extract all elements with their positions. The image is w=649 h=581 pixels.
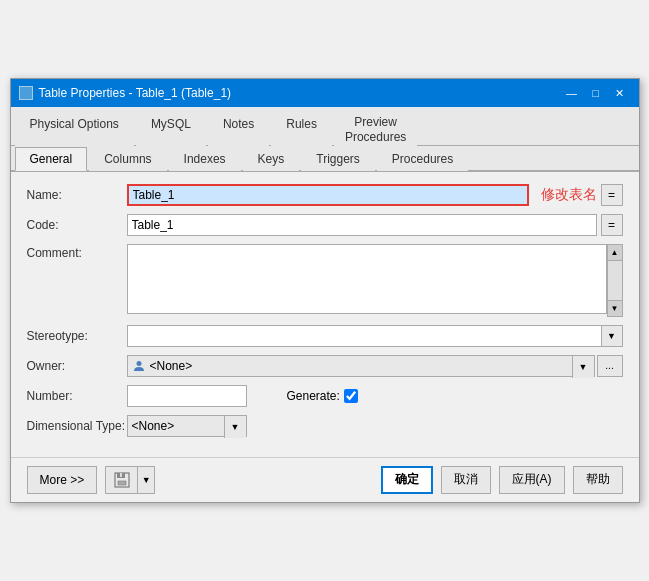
scroll-down-arrow[interactable]: ▼ [608,300,622,316]
title-controls: — □ ✕ [561,84,631,102]
dimensional-label: Dimensional Type: [27,419,127,433]
owner-wrap: <None> ▼ ... [127,355,623,377]
number-input[interactable] [127,385,247,407]
ok-button[interactable]: 确定 [381,466,433,494]
owner-select[interactable]: <None> ▼ [127,355,595,377]
window-title: Table Properties - Table_1 (Table_1) [39,86,232,100]
name-annotation: 修改表名 [541,186,597,204]
tab-mysql[interactable]: MySQL [136,112,206,146]
user-icon [132,359,146,373]
owner-browse-button[interactable]: ... [597,355,623,377]
name-input[interactable] [127,184,529,206]
stereotype-select-wrap: ▼ [127,325,623,347]
code-input[interactable] [127,214,597,236]
cancel-button[interactable]: 取消 [441,466,491,494]
svg-point-0 [136,361,141,366]
name-input-wrap: 修改表名 = [127,184,623,206]
tab-notes[interactable]: Notes [208,112,269,146]
tab-rules[interactable]: Rules [271,112,332,146]
save-icon-button[interactable] [106,467,138,493]
code-row: Code: = [27,214,623,236]
tab-procedures[interactable]: Procedures [377,147,468,171]
comment-row: Comment: ▲ ▼ [27,244,623,317]
bottom-tab-row: General Columns Indexes Keys Triggers Pr… [11,146,639,172]
apply-button[interactable]: 应用(A) [499,466,565,494]
save-dropdown-button[interactable]: ▼ [138,467,154,493]
generate-checkbox[interactable] [344,389,358,403]
dimensional-value: <None> [132,419,175,433]
name-row: Name: 修改表名 = [27,184,623,206]
comment-input[interactable] [127,244,607,314]
form-content: Name: 修改表名 = Code: = Comment: ▲ [11,172,639,457]
tab-keys[interactable]: Keys [243,147,300,171]
owner-row: Owner: <None> ▼ ... [27,355,623,377]
dimensional-select[interactable]: <None> ▼ [127,415,247,437]
number-label: Number: [27,389,127,403]
minimize-button[interactable]: — [561,84,583,102]
name-label: Name: [27,188,127,202]
window-icon [19,86,33,100]
bottom-bar: More >> ▼ 确定 取消 应用(A) 帮助 [11,457,639,502]
code-input-wrap: = [127,214,623,236]
top-tab-row: Physical Options MySQL Notes Rules Previ… [11,107,639,146]
scroll-up-arrow[interactable]: ▲ [608,245,622,261]
tab-preview-procedures[interactable]: Preview Procedures [334,112,417,146]
main-window: Table Properties - Table_1 (Table_1) — □… [10,78,640,503]
generate-label: Generate: [287,389,340,403]
dimensional-row: Dimensional Type: <None> ▼ [27,415,623,437]
code-eq-button[interactable]: = [601,214,623,236]
owner-value: <None> [150,359,193,373]
dimensional-select-wrap: <None> ▼ [127,415,247,437]
owner-dropdown-icon[interactable]: ▼ [572,356,594,378]
stereotype-select[interactable] [127,325,623,347]
tab-general[interactable]: General [15,147,88,171]
tab-columns[interactable]: Columns [89,147,166,171]
owner-label: Owner: [27,359,127,373]
save-icon [113,471,131,489]
dimensional-dropdown-icon[interactable]: ▼ [224,416,246,438]
svg-rect-4 [120,473,122,477]
code-label: Code: [27,218,127,232]
title-bar: Table Properties - Table_1 (Table_1) — □… [11,79,639,107]
comment-wrap: ▲ ▼ [127,244,623,317]
tab-indexes[interactable]: Indexes [169,147,241,171]
generate-wrap: Generate: [287,389,358,403]
tab-physical-options[interactable]: Physical Options [15,112,134,146]
scroll-track [608,261,622,300]
stereotype-label: Stereotype: [27,329,127,343]
name-eq-button[interactable]: = [601,184,623,206]
title-bar-left: Table Properties - Table_1 (Table_1) [19,86,232,100]
number-row: Number: Generate: [27,385,623,407]
maximize-button[interactable]: □ [585,84,607,102]
number-wrap: Generate: [127,385,358,407]
more-button[interactable]: More >> [27,466,98,494]
comment-label: Comment: [27,244,127,260]
comment-scrollbar: ▲ ▼ [607,244,623,317]
svg-rect-3 [118,481,126,485]
help-button[interactable]: 帮助 [573,466,623,494]
close-button[interactable]: ✕ [609,84,631,102]
tab-triggers[interactable]: Triggers [301,147,375,171]
stereotype-row: Stereotype: ▼ [27,325,623,347]
save-button-wrap: ▼ [105,466,155,494]
